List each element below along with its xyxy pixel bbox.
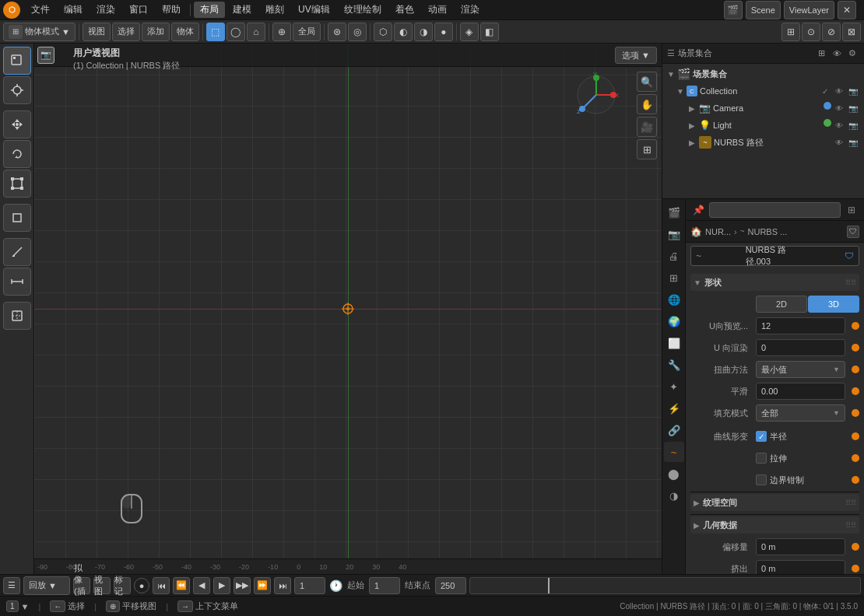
props-tab-output[interactable]: 🖨	[664, 246, 684, 266]
camera-btn[interactable]: 🎥	[637, 117, 657, 137]
props-tab-data[interactable]: ~	[664, 442, 684, 462]
viewport[interactable]: 📷 用户透视图 (1) Collection | NURBS 路径 选项 ▼ X	[34, 44, 662, 574]
workspace-tab-sculpt[interactable]: 雕刻	[259, 2, 290, 18]
props-tab-constraints[interactable]: 🔗	[664, 420, 684, 440]
add-menu-btn[interactable]: 添加	[142, 23, 170, 41]
twist-dropdown[interactable]: 最小值 ▼	[756, 361, 845, 378]
props-tab-render[interactable]: 📷	[664, 224, 684, 244]
viewlayer-selector[interactable]: ViewLayer	[784, 1, 834, 19]
measure-tool[interactable]	[3, 268, 31, 296]
geometry-data-section-header[interactable]: ▶ 几何数据 ⠿⠿	[690, 516, 859, 534]
props-tab-physics[interactable]: ⚡	[664, 398, 684, 418]
skip-end-btn[interactable]: ⏭	[274, 577, 291, 594]
view-menu-btn[interactable]: 视图	[83, 23, 111, 41]
play-btn[interactable]: ▶	[213, 577, 230, 594]
props-tab-object[interactable]: ⬜	[664, 333, 684, 353]
next-keyframe-btn[interactable]: ⏩	[254, 577, 271, 594]
annotate-tool[interactable]	[3, 238, 31, 266]
half-radius-checkbox[interactable]: ✓	[756, 431, 767, 442]
close-window-icon[interactable]: ✕	[838, 1, 856, 19]
outliner-eye-icon[interactable]: 👁	[830, 47, 844, 61]
fill-dropdown[interactable]: 全部 ▼	[756, 404, 845, 422]
timeline-menu-icon[interactable]: ☰	[3, 577, 20, 594]
props-tab-viewlayer[interactable]: ⊞	[664, 268, 684, 288]
select-tool[interactable]	[3, 47, 31, 75]
u-render-dot[interactable]	[852, 344, 859, 352]
menu-window[interactable]: 窗口	[123, 2, 154, 18]
xray-btn[interactable]: ◧	[480, 23, 499, 41]
light-render-icon[interactable]: 📷	[847, 119, 859, 131]
workspace-tab-layout[interactable]: 布局	[194, 2, 225, 18]
nurbs-eye-icon[interactable]: 👁	[833, 136, 845, 149]
interpolation-btn[interactable]: 拟像(插帧)	[73, 577, 90, 594]
workspace-tab-rendering[interactable]: 渲染	[455, 2, 486, 18]
offset-value[interactable]: 0 m	[756, 538, 845, 555]
prev-keyframe-btn[interactable]: ⏪	[173, 577, 190, 594]
camera-outliner-item[interactable]: ▶ 📷 Camera 👁 📷	[662, 100, 864, 117]
snap-icon[interactable]: ⊘	[822, 23, 841, 41]
rotate-tool[interactable]	[3, 140, 31, 168]
view-btn[interactable]: 视图	[93, 577, 111, 594]
light-eye-icon[interactable]: 👁	[833, 119, 845, 131]
move-tool[interactable]	[3, 110, 31, 138]
grid-btn[interactable]: ⊞	[637, 139, 657, 159]
half-radius-dot[interactable]	[852, 432, 859, 440]
viewport-camera-icon[interactable]: 📷	[37, 47, 54, 64]
workspace-tab-animation[interactable]: 动画	[422, 2, 453, 18]
select-box-btn[interactable]: ⬚	[206, 23, 225, 41]
start-frame-field[interactable]: 1	[369, 577, 400, 594]
props-tab-scene2[interactable]: 🌐	[664, 289, 684, 310]
props-pin-icon[interactable]: 📌	[690, 202, 706, 218]
workspace-tab-texture[interactable]: 纹理绘制	[338, 2, 388, 18]
collection-camera-icon[interactable]: 📷	[847, 85, 859, 97]
scene-selector[interactable]: Scene	[746, 1, 781, 19]
bound-clamp-checkbox[interactable]	[756, 474, 767, 485]
light-outliner-item[interactable]: ▶ 💡 Light 👁 📷	[662, 117, 864, 134]
collection-check-icon[interactable]: ✓	[819, 85, 831, 97]
select-circle-btn[interactable]: ◯	[227, 23, 245, 41]
camera-eye-icon[interactable]: 👁	[833, 102, 845, 114]
timeline-record-btn[interactable]: ●	[134, 578, 149, 593]
workspace-tab-shading[interactable]: 着色	[389, 2, 420, 18]
gizmo-toggle[interactable]: ⊞	[781, 23, 800, 41]
prev-frame-btn[interactable]: ◀	[193, 577, 210, 594]
wireframe-shading[interactable]: ⬡	[374, 23, 392, 41]
smooth-value[interactable]: 0.00	[756, 383, 845, 400]
u-render-value[interactable]: 0	[756, 339, 845, 356]
extrude-dot[interactable]	[852, 565, 859, 572]
viewport-options-btn[interactable]: 选项 ▼	[615, 47, 657, 64]
end-frame-field[interactable]: 250	[435, 577, 466, 594]
transform-global[interactable]: ⊕	[272, 23, 291, 41]
props-expand-icon[interactable]: ⊞	[844, 202, 859, 218]
current-frame-field[interactable]: 1	[294, 577, 325, 594]
next-frame-btn[interactable]: ▶▶	[234, 577, 251, 594]
marker-btn[interactable]: 标记	[114, 577, 131, 594]
navigation-gizmo[interactable]: X Y Z	[573, 72, 620, 118]
skip-start-btn[interactable]: ⏮	[153, 577, 170, 594]
solid-shading[interactable]: ◐	[394, 23, 413, 41]
shield-protect-icon[interactable]: 🛡	[845, 250, 854, 261]
breadcrumb-shield-icon[interactable]: 🛡	[847, 226, 859, 238]
u-preview-dot[interactable]	[852, 322, 859, 330]
props-tab-material[interactable]: ⬤	[664, 464, 684, 484]
workspace-tab-modeling[interactable]: 建模	[227, 2, 258, 18]
outliner-filter-icon[interactable]: ⊞	[814, 47, 828, 61]
snap-btn[interactable]: ⊛	[328, 23, 346, 41]
bound-clamp-dot[interactable]	[852, 476, 859, 484]
outliner-settings-icon[interactable]: ⚙	[845, 47, 859, 61]
stretch-dot[interactable]	[852, 454, 859, 462]
proportional-edit-btn[interactable]: ◎	[348, 23, 367, 41]
object-menu-btn[interactable]: 物体	[171, 23, 199, 41]
menu-help[interactable]: 帮助	[156, 2, 187, 18]
transform-pivot[interactable]: ⊙	[802, 23, 820, 41]
breadcrumb-item-2[interactable]: NURBS ...	[748, 227, 788, 236]
mode-selector[interactable]: ⊞ 物体模式 ▼	[3, 23, 76, 41]
playback-mode-btn[interactable]: 回放 ▼	[23, 576, 70, 595]
timeline-track[interactable]	[469, 577, 861, 594]
menu-render[interactable]: 渲染	[90, 2, 121, 18]
mode-3d-btn[interactable]: 3D	[808, 296, 859, 313]
twist-dot[interactable]	[852, 366, 859, 373]
stretch-checkbox[interactable]	[756, 453, 767, 464]
filter-icon[interactable]: ⊠	[842, 23, 861, 41]
breadcrumb-item-1[interactable]: NUR...	[705, 227, 731, 236]
